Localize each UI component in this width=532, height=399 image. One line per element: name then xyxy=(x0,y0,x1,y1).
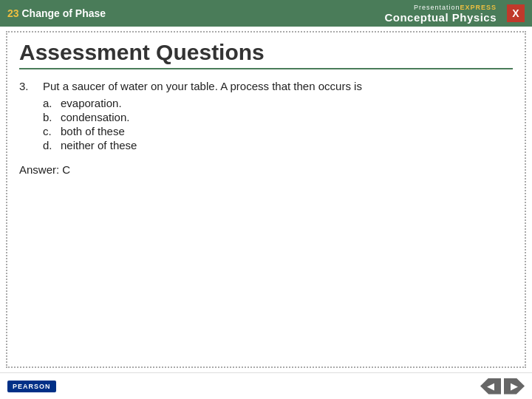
pearson-logo: PEARSON xyxy=(7,381,56,392)
choice-d-text: neither of these xyxy=(61,139,137,151)
choice-c-text: both of these xyxy=(61,125,125,137)
question-text: Put a saucer of water on your table. A p… xyxy=(43,80,362,92)
question-content: Put a saucer of water on your table. A p… xyxy=(43,80,362,153)
choice-b-letter: b. xyxy=(43,111,56,123)
choice-b: b. condensation. xyxy=(43,111,362,123)
page-title: Assessment Questions xyxy=(19,40,513,69)
main-content: Assessment Questions 3. Put a saucer of … xyxy=(6,31,526,368)
chapter-number: 23 xyxy=(7,7,19,19)
header-bar: 23 Change of Phase PresentationEXPRESS C… xyxy=(0,0,532,27)
answer-block: Answer: C xyxy=(19,163,513,176)
choice-c-letter: c. xyxy=(43,125,56,137)
choice-c: c. both of these xyxy=(43,125,362,137)
pe-bottom-label: Conceptual Physics xyxy=(384,11,497,24)
nav-prev-button[interactable]: ◀ xyxy=(480,378,501,395)
chapter-title: Change of Phase xyxy=(21,7,106,19)
choice-a-letter: a. xyxy=(43,97,56,109)
choice-d-letter: d. xyxy=(43,139,56,151)
pe-top-label: PresentationEXPRESS xyxy=(414,4,497,11)
choice-a-text: evaporation. xyxy=(61,97,122,109)
choice-b-text: condensation. xyxy=(61,111,129,123)
nav-next-button[interactable]: ▶ xyxy=(504,378,525,395)
close-button[interactable]: X xyxy=(507,4,525,22)
question-block: 3. Put a saucer of water on your table. … xyxy=(19,80,513,153)
nav-arrows: ◀ ▶ xyxy=(480,378,525,395)
header-right: PresentationEXPRESS Conceptual Physics X xyxy=(384,4,525,24)
question-number: 3. xyxy=(19,80,35,153)
chapter-label: 23 Change of Phase xyxy=(7,7,106,19)
footer-bar: PEARSON ◀ ▶ xyxy=(0,372,532,399)
choice-d: d. neither of these xyxy=(43,139,362,151)
choices-list: a. evaporation. b. condensation. c. both… xyxy=(43,97,362,151)
choice-a: a. evaporation. xyxy=(43,97,362,109)
presentation-express-logo: PresentationEXPRESS Conceptual Physics xyxy=(384,4,497,24)
